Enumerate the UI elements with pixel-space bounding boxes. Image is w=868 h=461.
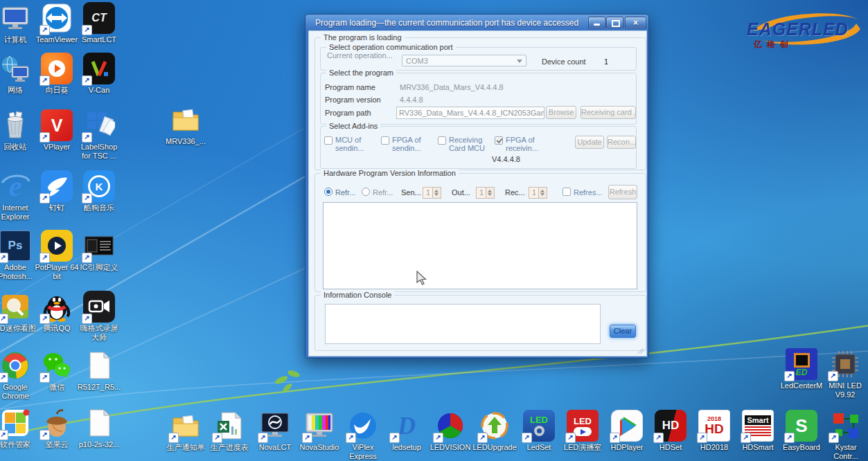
receiving-number-stepper[interactable]: 1 bbox=[529, 187, 547, 199]
resize-grip[interactable] bbox=[637, 347, 644, 354]
refresh-button[interactable]: Refresh bbox=[608, 185, 637, 199]
desktop-icon-network[interactable]: 网络 bbox=[0, 53, 37, 95]
reconnect-button[interactable]: Recon... bbox=[607, 136, 636, 149]
desktop-icon-miniled[interactable]: MINI LED V9.92 bbox=[823, 348, 867, 399]
desktop-icon-photoshop[interactable]: Ps Adobe Photosh... bbox=[0, 230, 37, 281]
desktop-icon-production-schedule[interactable]: 生产进度表 bbox=[207, 410, 251, 452]
sending-number-value: 1 bbox=[426, 188, 430, 197]
shortcut-arrow-icon bbox=[784, 371, 795, 381]
icon-label: 钉钉 bbox=[35, 204, 79, 213]
checkbox-refresh-option[interactable] bbox=[563, 188, 571, 196]
minimize-button[interactable] bbox=[588, 17, 605, 28]
program-path-input[interactable]: RV336_Data_Mars_V4.4.4.8_ICN2053GammaV3.… bbox=[396, 107, 544, 119]
output-number-stepper[interactable]: 1 bbox=[476, 187, 495, 199]
desktop-icon-mrv336-folder[interactable]: MRV336_... bbox=[163, 104, 208, 146]
shortcut-arrow-icon bbox=[433, 433, 443, 443]
sending-number-stepper[interactable]: 1 bbox=[423, 187, 441, 199]
desktop-icon-ledvision[interactable]: LEDVISION bbox=[428, 410, 472, 452]
desktop-icon-ledstudio[interactable]: LED LED演播室 bbox=[560, 410, 605, 452]
desktop-icon-hd2018[interactable]: 2018HD HD2018 bbox=[692, 410, 736, 452]
maximize-button[interactable] bbox=[606, 17, 623, 28]
desktop-icon-kystar[interactable]: Kystar Contr... bbox=[824, 410, 868, 461]
icon-label: HDSet bbox=[648, 443, 693, 452]
hdset-glyph: HD bbox=[662, 419, 680, 433]
spinner-arrows-icon[interactable] bbox=[486, 188, 494, 198]
desktop-icon-recycle-bin[interactable]: 回收站 bbox=[0, 109, 37, 152]
desktop-icon-nutstore[interactable]: 坚果云 bbox=[35, 407, 79, 449]
desktop-icon-wechat[interactable]: 微信 bbox=[35, 350, 79, 392]
desktop-icon-r512t-file[interactable]: R512T_R5... bbox=[77, 350, 121, 392]
desktop-icon-easyboard[interactable]: S EasyBoard bbox=[779, 410, 824, 452]
icon-label: 生产进度表 bbox=[207, 443, 251, 452]
desktop-icon-vcan[interactable]: V-Can bbox=[77, 53, 121, 95]
vcan-icon bbox=[83, 53, 115, 84]
hardware-version-list[interactable] bbox=[323, 202, 637, 289]
clear-button[interactable]: Clear bbox=[610, 325, 636, 338]
desktop-icon-qq[interactable]: 腾讯QQ bbox=[35, 291, 79, 333]
desktop-icon-ledupgrade[interactable]: LEDUpgrade bbox=[472, 410, 517, 452]
hdsmart-glyph: Smart bbox=[745, 415, 771, 425]
sending-label: Sen... bbox=[401, 188, 421, 197]
smartlct-glyph: CT bbox=[91, 12, 106, 24]
com-port-select[interactable]: COM3 bbox=[402, 55, 526, 66]
desktop-icon-xiangrikui[interactable]: 向日葵 bbox=[35, 53, 79, 95]
checkbox-fpga-receiving[interactable] bbox=[495, 136, 503, 145]
play-icon bbox=[574, 427, 592, 436]
icon-label: HDPlayer bbox=[605, 443, 649, 452]
desktop-icon-potplayer[interactable]: PotPlayer 64 bit bbox=[35, 230, 79, 281]
ledvision-pie-icon bbox=[434, 410, 466, 442]
desktop-icon-cad-viewer[interactable]: AD迷你看图 bbox=[0, 291, 37, 333]
desktop-icon-software-manager[interactable]: 软件管家 bbox=[0, 407, 37, 449]
dingtalk-icon bbox=[41, 170, 73, 202]
desktop-icon-smartlct[interactable]: CT SmartLCT bbox=[77, 2, 121, 44]
desktop-icon-ledsetup[interactable]: D ledsetup bbox=[384, 410, 429, 452]
icon-label: Google Chrome bbox=[0, 383, 37, 401]
desktop-icon-labelshop[interactable]: LabelShop for TSC ... bbox=[77, 109, 121, 161]
easyboard-icon: S bbox=[786, 410, 817, 442]
radio-refresh-one[interactable] bbox=[362, 188, 370, 196]
desktop-icon-internet-explorer[interactable]: e Internet Explorer bbox=[0, 170, 37, 222]
desktop-icon-chrome[interactable]: Google Chrome bbox=[0, 350, 37, 401]
information-console-textarea[interactable] bbox=[325, 304, 601, 344]
desktop-icon-novastudio[interactable]: NovaStudio bbox=[297, 410, 342, 452]
desktop-icon-hdplayer[interactable]: HDPlayer bbox=[605, 410, 649, 452]
checkbox-mcu-sending[interactable] bbox=[324, 136, 333, 145]
desktop-icon-dingtalk[interactable]: 钉钉 bbox=[35, 170, 79, 213]
desktop-icon-p10-file[interactable]: p10-2s-32... bbox=[77, 407, 121, 449]
browse-button[interactable]: Browse bbox=[546, 106, 576, 119]
checkbox-receiving-card-mcu[interactable] bbox=[438, 136, 446, 145]
wechat-icon bbox=[41, 350, 73, 381]
desktop-icon-production-notice-folder[interactable]: 生产通知单 bbox=[163, 410, 208, 452]
close-button[interactable]: × bbox=[625, 17, 646, 28]
desktop-icon-hdsmart[interactable]: Smart HDSmart bbox=[736, 410, 780, 452]
desktop-icon-ledset[interactable]: LED LedSet bbox=[517, 410, 561, 452]
computer-icon bbox=[0, 2, 31, 34]
checkbox-fpga-sending[interactable] bbox=[381, 136, 389, 145]
spinner-arrows-icon[interactable] bbox=[432, 188, 441, 198]
desktop-icon-viplex-express[interactable]: ViPlex Express bbox=[341, 410, 385, 461]
potplayer-icon bbox=[41, 230, 73, 262]
desktop-icon-novalct[interactable]: NovaLCT bbox=[253, 410, 297, 452]
desktop-icon-screen-recorder[interactable]: 嗨格式录屏大师 bbox=[77, 291, 121, 342]
icon-label: HD2018 bbox=[692, 443, 736, 452]
desktop-icon-vplayer[interactable]: V VPlayer bbox=[35, 109, 79, 152]
radio-refresh-all[interactable] bbox=[324, 188, 333, 196]
desktop-icon-hdset[interactable]: HD HDSet bbox=[648, 410, 693, 452]
spinner-arrows-icon[interactable] bbox=[538, 188, 547, 198]
vplayer-glyph: V bbox=[51, 116, 63, 136]
hdplayer-icon bbox=[611, 410, 643, 442]
ledsetup-icon: D bbox=[391, 410, 423, 442]
desktop-icon-kugou[interactable]: K 酷狗音乐 bbox=[77, 170, 121, 213]
checkbox-label: MCU of sendin... bbox=[335, 136, 385, 152]
photoshop-icon: Ps bbox=[0, 230, 31, 262]
desktop-icon-ledcenterm[interactable]: ED LedCenterM bbox=[779, 348, 824, 390]
desktop-icon-my-computer[interactable]: 计算机 bbox=[0, 2, 37, 44]
viplex-bird-icon bbox=[347, 410, 379, 442]
desktop-icon-teamviewer[interactable]: TeamViewer bbox=[35, 2, 79, 44]
icon-label: 回收站 bbox=[0, 143, 37, 152]
update-button[interactable]: Update bbox=[575, 136, 604, 149]
receiving-card-button[interactable]: Receiving card ... bbox=[581, 106, 636, 119]
desktop-icon-ic-pinout[interactable]: IC引脚定义 bbox=[77, 230, 121, 272]
shortcut-arrow-icon bbox=[302, 433, 312, 443]
dialog-titlebar[interactable]: Program loading---the current communicat… bbox=[305, 15, 648, 30]
